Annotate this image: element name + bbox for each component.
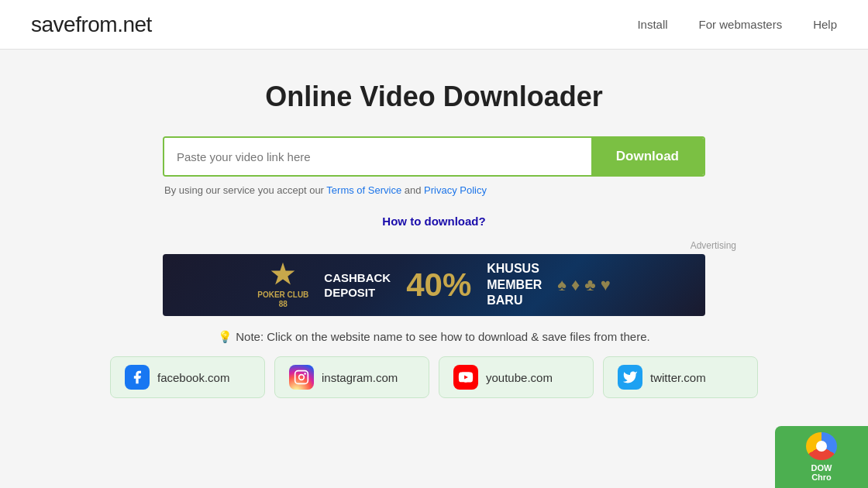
facebook-label: facebook.com — [157, 371, 229, 384]
twitter-label: twitter.com — [650, 371, 706, 384]
youtube-label: youtube.com — [486, 371, 553, 384]
chrome-ext-label: DOWChro — [811, 463, 832, 482]
twitter-button[interactable]: twitter.com — [603, 356, 758, 398]
chrome-extension-partial[interactable]: DOWChro — [775, 426, 868, 488]
ad-percent-text: 40% — [406, 269, 471, 301]
url-input[interactable] — [164, 138, 591, 175]
page-title: Online Video Downloader — [265, 81, 602, 113]
youtube-icon — [453, 365, 478, 390]
svg-marker-0 — [271, 263, 295, 285]
chrome-icon — [806, 432, 837, 460]
terms-of-service-link[interactable]: Terms of Service — [326, 184, 401, 196]
social-buttons-row: facebook.com instagram.com — [16, 356, 852, 398]
ad-logo: POKER CLUB88 — [257, 261, 308, 309]
download-button[interactable]: Download — [591, 138, 704, 175]
twitter-icon — [618, 365, 642, 390]
instagram-label: instagram.com — [322, 371, 398, 384]
nav-help[interactable]: Help — [813, 18, 837, 31]
diamond-icon: ♦ — [571, 275, 580, 295]
header: savefrom.net Install For webmasters Help — [0, 0, 868, 50]
input-row: Download — [163, 136, 705, 177]
how-to-download-link[interactable]: How to download? — [382, 215, 485, 228]
youtube-button[interactable]: youtube.com — [439, 356, 594, 398]
terms-text: By using our service you accept our Term… — [163, 184, 487, 196]
instagram-button[interactable]: instagram.com — [274, 356, 429, 398]
instagram-icon — [289, 365, 314, 390]
svg-point-2 — [299, 375, 305, 380]
heart-icon: ♥ — [601, 275, 611, 295]
main-content: Online Video Downloader Download By usin… — [0, 50, 868, 414]
nav: Install For webmasters Help — [637, 18, 837, 31]
facebook-button[interactable]: facebook.com — [110, 356, 265, 398]
ad-label: Advertising — [691, 240, 736, 251]
logo: savefrom.net — [31, 12, 152, 37]
ad-decorations: ♠ ♦ ♣ ♥ — [557, 275, 610, 295]
nav-install[interactable]: Install — [637, 18, 667, 31]
spade-icon: ♠ — [557, 275, 567, 295]
svg-rect-1 — [295, 371, 308, 384]
svg-point-3 — [304, 373, 306, 375]
facebook-icon — [125, 365, 150, 390]
ad-banner[interactable]: POKER CLUB88 CASHBACKDEPOSIT 40% KHUSUSM… — [163, 254, 705, 316]
search-area: Download By using our service you accept… — [163, 136, 705, 196]
bulb-icon: 💡 — [218, 330, 232, 343]
privacy-policy-link[interactable]: Privacy Policy — [424, 184, 487, 196]
ad-section: Advertising POKER CLUB88 CASHBACKDEPOSIT… — [132, 240, 736, 316]
nav-webmasters[interactable]: For webmasters — [699, 18, 783, 31]
ad-member-text: KHUSUSMEMBERBARU — [487, 261, 542, 309]
ad-cashback-text: CASHBACKDEPOSIT — [324, 270, 391, 301]
club-icon: ♣ — [584, 275, 595, 295]
note-section: 💡Note: Click on the website name to see … — [218, 330, 649, 344]
